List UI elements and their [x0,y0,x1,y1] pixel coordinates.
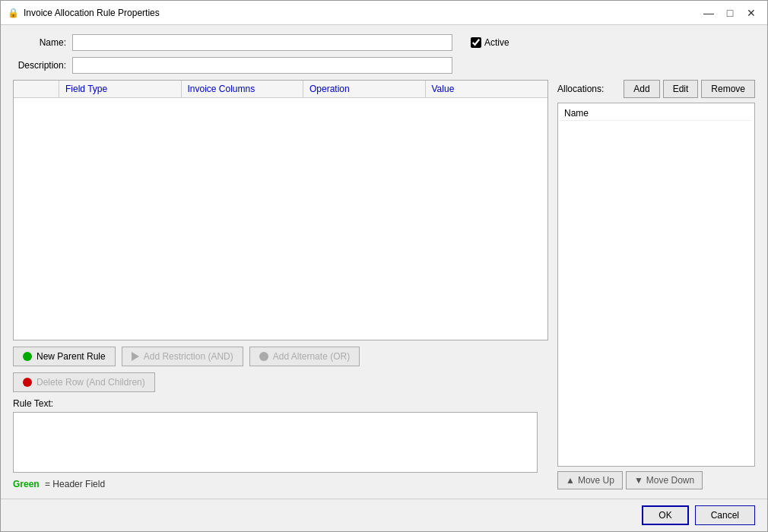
edit-allocation-button[interactable]: Edit [663,80,699,98]
remove-allocation-button[interactable]: Remove [701,80,755,98]
move-down-button[interactable]: ▼ Move Down [626,471,703,489]
move-up-arrow-icon: ▲ [566,475,575,486]
add-restriction-button[interactable]: Add Restriction (AND) [122,347,243,366]
maximize-button[interactable]: □ [720,5,740,21]
delete-row-button[interactable]: Delete Row (And Children) [13,372,155,392]
move-down-arrow-icon: ▼ [634,475,643,486]
main-area: Field Type Invoice Columns Operation Val… [13,80,755,489]
name-label: Name: [13,37,66,48]
window-icon: 🔒 [7,7,19,19]
active-row: Active [471,37,509,48]
col-invoice-columns[interactable]: Invoice Columns [182,81,304,97]
legend: Green = Header Field [13,479,548,489]
ok-button[interactable]: OK [642,505,688,525]
rule-text-section: Rule Text: [13,398,548,473]
minimize-button[interactable]: — [699,5,719,21]
description-label: Description: [13,60,66,71]
move-buttons: ▲ Move Up ▼ Move Down [557,471,755,489]
move-up-button[interactable]: ▲ Move Up [557,471,623,489]
table-body [14,98,547,340]
name-row: Name: Active [13,34,755,51]
active-label: Active [484,37,509,48]
left-panel: Field Type Invoice Columns Operation Val… [13,80,548,489]
allocations-header: Allocations: Add Edit Remove [557,80,755,98]
legend-text: = Header Field [43,479,105,489]
allocations-buttons: Add Edit Remove [624,80,755,98]
add-allocation-button[interactable]: Add [624,80,659,98]
rule-text-area[interactable] [13,412,538,473]
right-panel: Allocations: Add Edit Remove Name ▲ Move [557,80,755,489]
rule-table: Field Type Invoice Columns Operation Val… [13,80,548,340]
rule-text-label: Rule Text: [13,398,548,409]
close-button[interactable]: ✕ [741,5,761,21]
legend-green-word: Green [13,479,40,489]
content-area: Name: Active Description: Field Type I [1,25,767,499]
description-row: Description: [13,57,755,74]
action-buttons: New Parent Rule Add Restriction (AND) Ad… [13,347,548,366]
allocations-list-header: Name [561,106,751,121]
title-controls: — □ ✕ [699,5,761,21]
action-buttons-row2: Delete Row (And Children) [13,372,548,392]
add-alternate-button[interactable]: Add Alternate (OR) [249,347,360,366]
table-header: Field Type Invoice Columns Operation Val… [14,81,547,98]
allocations-list: Name [557,103,755,467]
add-alternate-icon [259,352,268,361]
active-checkbox[interactable] [471,37,481,48]
description-input[interactable] [72,57,452,74]
col-value[interactable]: Value [426,81,548,97]
col-operation[interactable]: Operation [303,81,426,97]
window-title: Invoice Allocation Rule Properties [24,8,160,18]
title-bar-left: 🔒 Invoice Allocation Rule Properties [7,7,160,19]
footer: OK Cancel [1,499,767,531]
new-parent-rule-button[interactable]: New Parent Rule [13,347,116,366]
new-parent-rule-icon [23,352,32,361]
main-window: 🔒 Invoice Allocation Rule Properties — □… [0,0,768,532]
cancel-button[interactable]: Cancel [695,505,755,525]
title-bar: 🔒 Invoice Allocation Rule Properties — □… [1,1,767,25]
col-field-type[interactable]: Field Type [59,81,182,97]
col-empty [14,81,59,97]
delete-row-icon [23,378,32,387]
add-restriction-icon [132,352,139,361]
name-input[interactable] [72,34,452,51]
allocations-label: Allocations: [557,84,604,94]
